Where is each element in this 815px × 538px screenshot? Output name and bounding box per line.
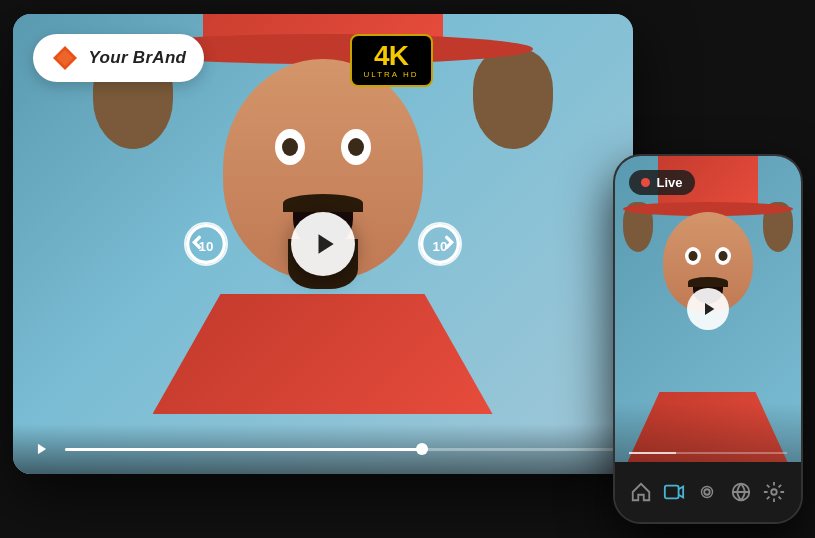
phone-progress-fill — [629, 452, 676, 454]
rewind-button[interactable]: 10 — [181, 219, 231, 269]
brand-name: Your BrAnd — [89, 48, 187, 68]
svg-point-10 — [705, 489, 711, 495]
scene: Your BrAnd 4K ULTRA HD 10 — [13, 14, 803, 524]
svg-marker-7 — [37, 444, 45, 455]
center-controls: 10 10 — [181, 212, 465, 276]
svg-point-14 — [771, 489, 777, 495]
phone-mustache — [688, 277, 728, 287]
forward-circle: 10 — [418, 222, 462, 266]
phone-nav-globe[interactable] — [728, 479, 754, 505]
phone-progress-bar[interactable] — [629, 452, 787, 454]
phone-play-icon — [701, 301, 717, 317]
brand-diamond-icon — [51, 44, 79, 72]
hat-flap-right — [473, 49, 553, 149]
phone-eye-right — [715, 247, 731, 265]
phone-nav-camera[interactable] — [694, 479, 720, 505]
svg-text:10: 10 — [432, 239, 447, 254]
live-label: Live — [657, 175, 683, 190]
mustache — [283, 194, 363, 212]
play-icon — [312, 231, 338, 257]
video-background: Your BrAnd 4K ULTRA HD 10 — [13, 14, 633, 474]
svg-point-11 — [702, 487, 713, 498]
phone-nav-settings[interactable] — [761, 479, 787, 505]
eye-right — [341, 129, 371, 165]
progress-thumb — [416, 443, 428, 455]
suit — [153, 294, 493, 414]
svg-text:10: 10 — [198, 239, 213, 254]
phone-eye-left — [685, 247, 701, 265]
mobile-phone: Live — [613, 154, 803, 524]
svg-rect-9 — [665, 486, 679, 499]
phone-nav-home[interactable] — [628, 479, 654, 505]
ultra-hd-label: ULTRA HD — [364, 70, 419, 79]
brand-logo: Your BrAnd — [33, 34, 205, 82]
svg-marker-4 — [318, 234, 333, 254]
live-badge: Live — [629, 170, 695, 195]
svg-marker-8 — [705, 303, 714, 315]
play-pause-button[interactable] — [291, 212, 355, 276]
play-small-icon — [35, 442, 49, 456]
player-controls-bar — [13, 424, 633, 474]
phone-play-button[interactable] — [687, 288, 729, 330]
live-indicator-dot — [641, 178, 650, 187]
phone-screen: Live — [615, 156, 801, 462]
4k-label: 4K — [364, 42, 419, 70]
phone-nav-video[interactable] — [661, 479, 687, 505]
4k-badge: 4K ULTRA HD — [350, 34, 433, 87]
progress-bar[interactable] — [65, 448, 615, 451]
phone-bottom-nav — [615, 462, 801, 522]
main-video-player: Your BrAnd 4K ULTRA HD 10 — [13, 14, 633, 474]
forward-button[interactable]: 10 — [415, 219, 465, 269]
rewind-circle: 10 — [184, 222, 228, 266]
play-button-small[interactable] — [31, 438, 53, 460]
progress-fill — [65, 448, 423, 451]
eye-left — [275, 129, 305, 165]
